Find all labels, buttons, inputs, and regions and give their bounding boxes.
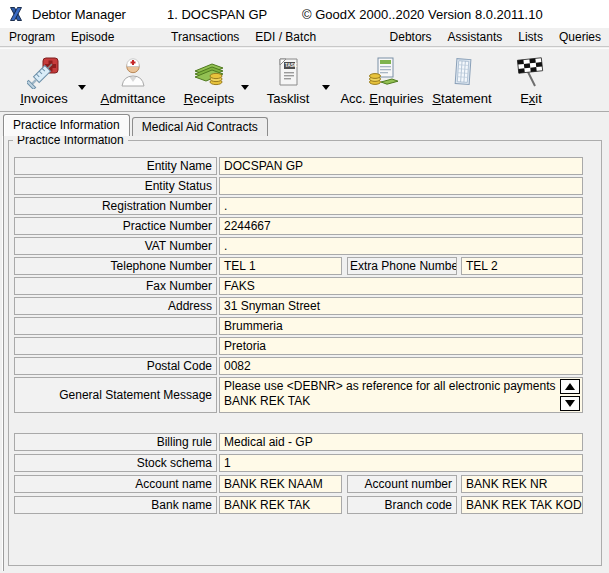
account-number-field[interactable]: BANK REK NR	[461, 475, 583, 493]
telephone-number-field[interactable]: TEL 1	[219, 257, 342, 275]
menu-debtors[interactable]: Debtors	[382, 28, 440, 47]
entity-name-label: Entity Name	[14, 157, 217, 175]
tab-medical-aid-contracts[interactable]: Medical Aid Contracts	[132, 117, 268, 136]
invoices-button-label: Invoices	[8, 91, 80, 106]
page-left-border	[3, 136, 4, 571]
invoices-dropdown-arrow-icon[interactable]	[76, 81, 88, 93]
vat-number-field[interactable]: .	[219, 237, 583, 255]
account-row: Account name BANK REK NAAM Account numbe…	[14, 475, 583, 493]
admittance-button[interactable]: Admittance	[92, 54, 174, 108]
registration-number-label: Registration Number	[14, 197, 217, 215]
up-arrow-icon	[565, 383, 575, 390]
receipts-dropdown-arrow-icon[interactable]	[239, 81, 251, 93]
statement-message-line1: Please use <DEBNR> as reference for all …	[224, 379, 582, 394]
menu-program[interactable]: Program	[1, 28, 63, 47]
bank-row: Bank name BANK REK TAK Branch code BANK …	[14, 496, 583, 514]
billing-rule-field[interactable]: Medical aid - GP	[219, 433, 583, 451]
postal-code-label: Postal Code	[14, 357, 217, 375]
address-line3-label	[14, 337, 217, 355]
tab-strip: Practice Information Medical Aid Contrac…	[0, 112, 609, 136]
task-sheet-icon: TASK	[258, 54, 318, 90]
window-title: Debtor Manager	[32, 7, 126, 22]
address-line3-field[interactable]: Pretoria	[219, 337, 583, 355]
menu-assistants[interactable]: Assistants	[440, 28, 511, 47]
current-entity-title: 1. DOCSPAN GP	[167, 7, 267, 22]
menu-transactions[interactable]: Transactions	[163, 28, 247, 47]
account-name-field[interactable]: BANK REK NAAM	[219, 475, 342, 493]
billing-rule-row: Billing rule Medical aid - GP	[14, 433, 583, 451]
fax-number-field[interactable]: FAKS	[219, 277, 583, 295]
general-statement-message-label: General Statement Message	[14, 377, 217, 413]
address-field[interactable]: 31 Snyman Street	[219, 297, 583, 315]
statement-message-line2: BANK REK TAK	[224, 394, 582, 409]
entity-status-field[interactable]	[219, 177, 583, 195]
menu-edi-batch-management[interactable]: EDI / Batch Management	[247, 28, 381, 47]
entity-name-row: Entity Name DOCSPAN GP	[14, 157, 583, 175]
vat-number-label: VAT Number	[14, 237, 217, 255]
invoices-button[interactable]: Invoices	[8, 54, 80, 108]
toolbar: Invoices Admittance	[0, 48, 609, 112]
receipts-button[interactable]: Receipts	[180, 54, 238, 108]
goodx-x-icon	[7, 5, 25, 23]
menu-lists[interactable]: Lists	[510, 28, 551, 47]
tasklist-button-label: Tasklist	[258, 91, 318, 106]
fax-number-row: Fax Number FAKS	[14, 277, 583, 295]
general-statement-message-row: General Statement Message Please use <DE…	[14, 377, 583, 413]
address-line2-label	[14, 317, 217, 335]
bank-name-field[interactable]: BANK REK TAK	[219, 496, 342, 514]
ledger-document-icon	[426, 54, 498, 90]
account-number-label: Account number	[347, 475, 457, 493]
statement-button-label: Statement	[426, 91, 498, 106]
postal-code-field[interactable]: 0082	[219, 357, 583, 375]
postal-code-row: Postal Code 0082	[14, 357, 583, 375]
practice-number-field[interactable]: 2244667	[219, 217, 583, 235]
branch-code-field[interactable]: BANK REK TAK KODE	[461, 496, 583, 514]
syringe-blood-bag-icon	[8, 54, 80, 90]
debtor-manager-window: Debtor Manager 1. DOCSPAN GP © GoodX 200…	[0, 0, 609, 573]
address-row: Address 31 Snyman Street	[14, 297, 583, 315]
billing-rule-label: Billing rule	[14, 433, 217, 451]
vat-number-row: VAT Number .	[14, 237, 583, 255]
tab-practice-information[interactable]: Practice Information	[3, 114, 130, 136]
registration-number-field[interactable]: .	[219, 197, 583, 215]
exit-button[interactable]: Exit	[500, 54, 562, 108]
entity-status-label: Entity Status	[14, 177, 217, 195]
address-line2-row: Brummeria	[14, 317, 583, 335]
telephone-number-label: Telephone Number	[14, 257, 217, 275]
banknotes-coins-icon	[180, 54, 238, 90]
account-document-coins-icon	[336, 54, 428, 90]
entity-name-field[interactable]: DOCSPAN GP	[219, 157, 583, 175]
tasklist-button[interactable]: TASK Tasklist	[258, 54, 318, 108]
general-statement-message-field[interactable]: Please use <DEBNR> as reference for all …	[219, 377, 583, 413]
bank-name-label: Bank name	[14, 496, 217, 514]
practice-information-groupbox: Practice Information Entity Name DOCSPAN…	[8, 140, 602, 566]
exit-button-label: Exit	[500, 91, 562, 106]
scroll-down-button[interactable]	[560, 396, 580, 411]
menu-episode-numbers[interactable]: Episode Numbers	[63, 28, 163, 47]
scroll-up-button[interactable]	[560, 379, 580, 394]
address-line2-field[interactable]: Brummeria	[219, 317, 583, 335]
registration-number-row: Registration Number .	[14, 197, 583, 215]
tasklist-dropdown-arrow-icon[interactable]	[320, 81, 332, 93]
acc-enquiries-button-label: Acc. Enquiries	[336, 91, 428, 106]
telephone-row: Telephone Number TEL 1 Extra Phone Numbe…	[14, 257, 583, 275]
account-name-label: Account name	[14, 475, 217, 493]
address-line3-row: Pretoria	[14, 337, 583, 355]
stock-schema-field[interactable]: 1	[219, 454, 583, 472]
menu-queries[interactable]: Queries	[551, 28, 609, 47]
practice-number-label: Practice Number	[14, 217, 217, 235]
practice-number-row: Practice Number 2244667	[14, 217, 583, 235]
checkered-flag-icon	[500, 54, 562, 90]
branch-code-label: Branch code	[347, 496, 457, 514]
address-label: Address	[14, 297, 217, 315]
receipts-button-label: Receipts	[180, 91, 238, 106]
practice-information-page: Practice Information Entity Name DOCSPAN…	[0, 136, 609, 573]
extra-phone-number-label: Extra Phone Number	[347, 257, 457, 275]
statement-button[interactable]: Statement	[426, 54, 498, 108]
form-fields: Entity Name DOCSPAN GP Entity Status Reg…	[14, 157, 583, 517]
stock-schema-label: Stock schema	[14, 454, 217, 472]
extra-phone-number-field[interactable]: TEL 2	[461, 257, 583, 275]
title-bar: Debtor Manager 1. DOCSPAN GP © GoodX 200…	[0, 0, 609, 28]
acc-enquiries-button[interactable]: Acc. Enquiries	[336, 54, 428, 108]
admittance-button-label: Admittance	[92, 91, 174, 106]
